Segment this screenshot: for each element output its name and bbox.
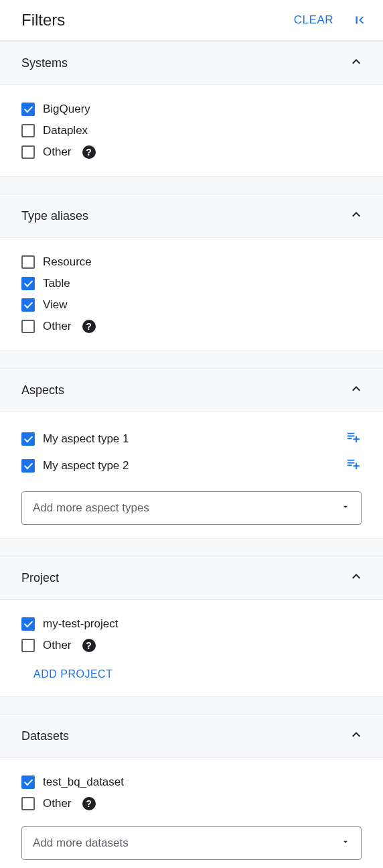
section-header-type-aliases[interactable]: Type aliases <box>0 194 383 238</box>
checkbox-bigquery[interactable] <box>21 103 35 116</box>
section-title: Type aliases <box>21 209 88 223</box>
add-project-button[interactable]: ADD PROJECT <box>21 656 362 683</box>
filter-row-view: View <box>21 294 362 316</box>
checkbox-label: View <box>43 298 68 312</box>
chevron-up-icon <box>348 568 364 587</box>
section-spacer <box>0 696 383 714</box>
checkbox-other-types[interactable] <box>21 320 35 333</box>
dropdown-arrow-icon <box>341 837 350 849</box>
filter-row-my-test-project: my-test-project <box>21 613 362 635</box>
checkbox-aspect-2[interactable] <box>21 459 35 473</box>
checkbox-other-systems[interactable] <box>21 145 35 159</box>
filter-row-table: Table <box>21 273 362 294</box>
dropdown-arrow-icon <box>341 502 350 514</box>
checkbox-label: My aspect type 2 <box>43 459 129 473</box>
filter-row-test-bq-dataset: test_bq_dataset <box>21 771 362 793</box>
filter-row-other-project: Other ? <box>21 635 362 656</box>
checkbox-label: Other <box>43 797 72 810</box>
svg-rect-0 <box>356 17 358 24</box>
checkbox-label: Resource <box>43 255 92 269</box>
chevron-up-icon <box>348 381 364 399</box>
section-header-project[interactable]: Project <box>0 556 383 600</box>
checkbox-label: My aspect type 1 <box>43 432 129 446</box>
checkbox-other-project[interactable] <box>21 639 35 652</box>
checkbox-my-test-project[interactable] <box>21 617 35 631</box>
section-body-project: my-test-project Other ? ADD PROJECT <box>0 600 383 696</box>
filter-row-aspect-2: My aspect type 2 <box>21 452 362 479</box>
section-header-aspects[interactable]: Aspects <box>0 368 383 412</box>
dropdown-placeholder: Add more datasets <box>33 836 129 850</box>
help-icon[interactable]: ? <box>82 145 96 159</box>
checkbox-dataplex[interactable] <box>21 124 35 137</box>
section-spacer <box>0 176 383 194</box>
checkbox-view[interactable] <box>21 298 35 312</box>
checkbox-other-datasets[interactable] <box>21 797 35 810</box>
section-body-aspects: My aspect type 1 My aspect type 2 Add mo… <box>0 412 383 538</box>
checkbox-label: BigQuery <box>43 103 90 116</box>
checkbox-test-bq-dataset[interactable] <box>21 776 35 789</box>
filter-row-dataplex: Dataplex <box>21 120 362 141</box>
filter-row-other-datasets: Other ? <box>21 793 362 814</box>
section-title: Datasets <box>21 729 69 743</box>
help-icon[interactable]: ? <box>82 797 96 810</box>
checkbox-label: Other <box>43 639 72 652</box>
checkbox-table[interactable] <box>21 277 35 290</box>
filter-row-resource: Resource <box>21 251 362 273</box>
chevron-up-icon <box>348 206 364 225</box>
add-aspect-types-dropdown[interactable]: Add more aspect types <box>21 491 362 525</box>
playlist-add-icon[interactable] <box>346 456 362 475</box>
checkbox-label: Dataplex <box>43 124 88 137</box>
section-title: Project <box>21 571 59 585</box>
filter-row-other-types: Other ? <box>21 316 362 337</box>
chevron-up-icon <box>348 727 364 745</box>
section-body-type-aliases: Resource Table View Other ? <box>0 238 383 351</box>
section-title: Systems <box>21 56 68 70</box>
playlist-add-icon[interactable] <box>346 430 362 448</box>
help-icon[interactable]: ? <box>82 320 96 333</box>
filters-title: Filters <box>21 11 65 29</box>
filter-row-other-systems: Other ? <box>21 141 362 163</box>
dropdown-placeholder: Add more aspect types <box>33 501 149 515</box>
filters-header: Filters CLEAR <box>0 0 383 41</box>
checkbox-aspect-1[interactable] <box>21 432 35 446</box>
section-header-datasets[interactable]: Datasets <box>0 714 383 758</box>
chevron-up-icon <box>348 54 364 72</box>
section-body-systems: BigQuery Dataplex Other ? <box>0 85 383 176</box>
section-spacer <box>0 538 383 556</box>
checkbox-label: test_bq_dataset <box>43 776 124 789</box>
checkbox-label: Other <box>43 320 72 333</box>
checkbox-resource[interactable] <box>21 255 35 269</box>
checkbox-label: Table <box>43 277 70 290</box>
section-header-systems[interactable]: Systems <box>0 41 383 85</box>
clear-button[interactable]: CLEAR <box>294 13 333 27</box>
filter-row-aspect-1: My aspect type 1 <box>21 426 362 452</box>
section-title: Aspects <box>21 383 64 397</box>
collapse-panel-icon[interactable] <box>352 13 367 27</box>
help-icon[interactable]: ? <box>82 639 96 652</box>
section-spacer <box>0 351 383 368</box>
section-body-datasets: test_bq_dataset Other ? Add more dataset… <box>0 758 383 868</box>
add-datasets-dropdown[interactable]: Add more datasets <box>21 826 362 860</box>
header-actions: CLEAR <box>294 13 367 27</box>
filter-row-bigquery: BigQuery <box>21 99 362 120</box>
checkbox-label: Other <box>43 145 72 159</box>
checkbox-label: my-test-project <box>43 617 118 631</box>
